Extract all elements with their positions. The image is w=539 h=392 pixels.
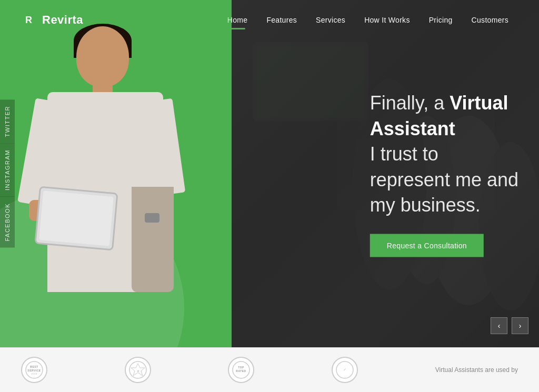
main-nav: Home Features Services How It Works Pric… <box>218 11 518 29</box>
svg-text:✓: ✓ <box>343 368 347 371</box>
nav-item-features[interactable]: Features <box>257 11 306 29</box>
social-facebook[interactable]: Facebook <box>0 197 15 248</box>
slider-prev-button[interactable]: ‹ <box>491 317 507 334</box>
hero-title: Finally, a Virtual Assistant I trust to … <box>370 91 524 218</box>
nav-item-services[interactable]: Services <box>306 11 355 29</box>
cta-button[interactable]: Request a Consultation <box>370 234 484 257</box>
hero-section: Finally, a Virtual Assistant I trust to … <box>0 0 539 347</box>
person-shirt <box>132 187 174 292</box>
logo-text: Revirta <box>42 13 83 27</box>
svg-text:★: ★ <box>136 369 139 373</box>
nav-item-home[interactable]: Home <box>218 11 257 29</box>
badge-3: TOP RATED <box>228 357 254 383</box>
person-watch <box>145 213 159 223</box>
svg-text:TOP: TOP <box>238 366 245 369</box>
social-instagram[interactable]: Instagram <box>0 143 15 197</box>
nav-item-pricing[interactable]: Pricing <box>420 11 462 29</box>
badge-2: ★ <box>125 357 151 383</box>
slider-next-button[interactable]: › <box>512 317 528 334</box>
svg-text:R: R <box>25 15 33 25</box>
badge-4: ✓ <box>332 357 358 383</box>
social-twitter[interactable]: Twitter <box>0 99 15 143</box>
person-tablet <box>34 186 118 251</box>
site-header: R Revirta Home Features Services How It … <box>0 0 539 39</box>
hero-person-figure <box>0 5 232 347</box>
slider-controls: ‹ › <box>491 317 528 334</box>
svg-text:RATED: RATED <box>236 369 246 373</box>
svg-text:BEST: BEST <box>30 365 38 368</box>
hero-content: Finally, a Virtual Assistant I trust to … <box>370 91 524 257</box>
badge-1: BEST SERVICE 2024 <box>21 357 47 383</box>
site-logo[interactable]: R Revirta <box>21 12 83 28</box>
nav-item-customers[interactable]: Customers <box>462 11 518 29</box>
logo-icon: R <box>21 12 38 28</box>
hero-left-panel <box>0 0 232 347</box>
svg-text:SERVICE: SERVICE <box>27 369 41 372</box>
bottom-strip: BEST SERVICE 2024 ★ TOP RATED <box>0 347 539 392</box>
nav-item-how-it-works[interactable]: How It Works <box>355 11 420 29</box>
svg-text:2024: 2024 <box>32 373 37 375</box>
tablet-screen <box>39 190 114 246</box>
social-sidebar: Twitter Instagram Facebook <box>0 99 15 248</box>
hero-right-panel: Finally, a Virtual Assistant I trust to … <box>232 0 539 347</box>
bottom-tagline: Virtual Assistants are used by <box>435 366 518 374</box>
